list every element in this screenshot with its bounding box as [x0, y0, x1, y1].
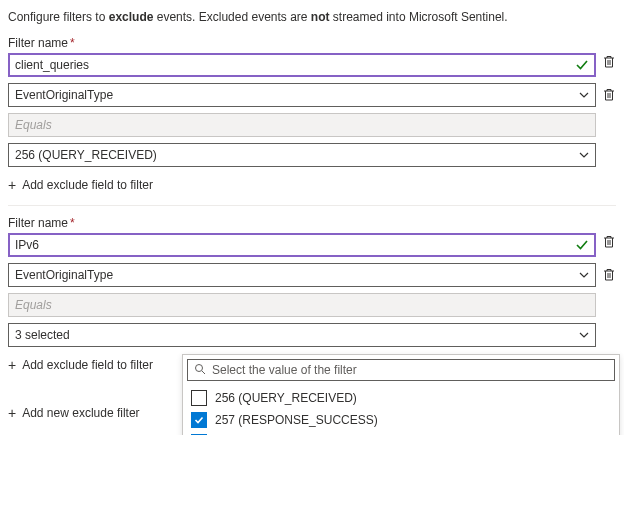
- search-icon: [194, 363, 206, 378]
- field-type-select[interactable]: EventOriginalType: [8, 83, 596, 107]
- delete-field-icon[interactable]: [602, 267, 616, 283]
- plus-icon: +: [8, 177, 16, 193]
- filter-block-1: Filter name* client_queries EventOrigina…: [8, 36, 616, 206]
- chevron-down-icon: [579, 330, 589, 340]
- plus-icon: +: [8, 357, 16, 373]
- operator-field: Equals: [8, 113, 596, 137]
- delete-filter-icon[interactable]: [602, 234, 616, 250]
- dropdown-option[interactable]: 257 (RESPONSE_SUCCESS): [187, 409, 615, 431]
- checkbox[interactable]: [191, 390, 207, 406]
- add-exclude-field-button[interactable]: + Add exclude field to filter: [8, 173, 153, 197]
- dropdown-search-input[interactable]: Select the value of the filter: [187, 359, 615, 381]
- operator-field: Equals: [8, 293, 596, 317]
- value-dropdown: Select the value of the filter 256 (QUER…: [182, 354, 620, 435]
- filter-name-label: Filter name*: [8, 216, 75, 230]
- checkbox[interactable]: [191, 412, 207, 428]
- chevron-down-icon: [579, 150, 589, 160]
- add-exclude-field-button[interactable]: + Add exclude field to filter: [8, 353, 153, 377]
- value-select[interactable]: 256 (QUERY_RECEIVED): [8, 143, 596, 167]
- value-select[interactable]: 3 selected: [8, 323, 596, 347]
- filter-name-label: Filter name*: [8, 36, 75, 50]
- delete-field-icon[interactable]: [602, 87, 616, 103]
- delete-filter-icon[interactable]: [602, 54, 616, 70]
- valid-check-icon: [575, 238, 589, 252]
- intro-text: Configure filters to exclude events. Exc…: [8, 10, 616, 24]
- dropdown-option-label: 257 (RESPONSE_SUCCESS): [215, 413, 378, 427]
- dropdown-option[interactable]: 256 (QUERY_RECEIVED): [187, 387, 615, 409]
- filter-name-input[interactable]: client_queries: [8, 53, 596, 77]
- field-type-select[interactable]: EventOriginalType: [8, 263, 596, 287]
- dropdown-option-label: 256 (QUERY_RECEIVED): [215, 391, 357, 405]
- add-new-exclude-filter-button[interactable]: + Add new exclude filter: [8, 401, 140, 425]
- filter-block-2: Filter name* IPv6 EventOriginalType Equa…: [8, 216, 616, 385]
- valid-check-icon: [575, 58, 589, 72]
- filter-name-input[interactable]: IPv6: [8, 233, 596, 257]
- dropdown-option[interactable]: 258 (RESPONSE_FAILURE): [187, 431, 615, 435]
- chevron-down-icon: [579, 270, 589, 280]
- chevron-down-icon: [579, 90, 589, 100]
- plus-icon: +: [8, 405, 16, 421]
- checkbox[interactable]: [191, 434, 207, 435]
